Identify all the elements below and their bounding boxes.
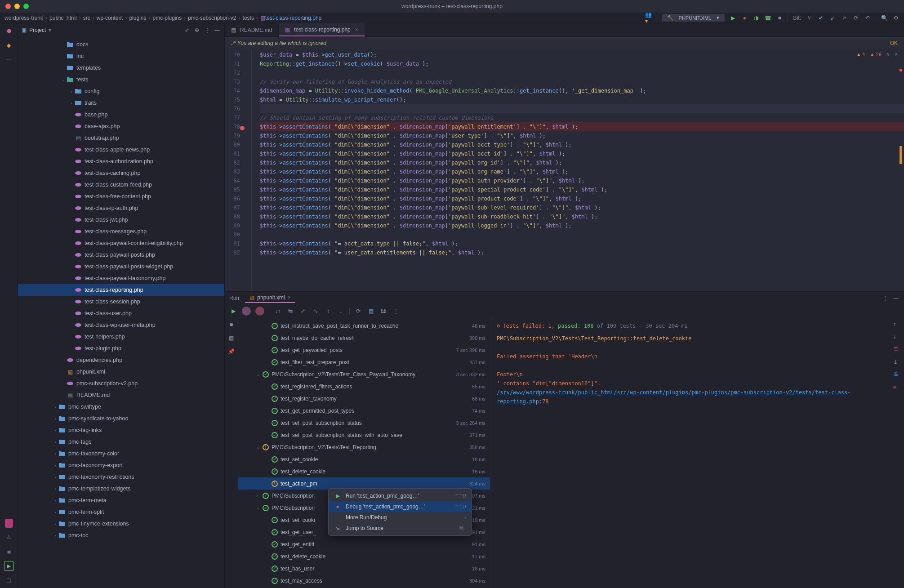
tree-row[interactable]: test-class-paywall-posts-widget.php [18, 261, 224, 272]
breadcrumb-segment[interactable]: plugins [129, 15, 146, 21]
tree-row[interactable]: ›pmc-toc [18, 530, 224, 541]
debug-button[interactable]: ● [741, 14, 748, 22]
chevron-icon[interactable]: › [52, 451, 58, 456]
commit-tool-icon[interactable]: ◆ [4, 40, 14, 50]
maximize-window-button[interactable] [23, 4, 29, 9]
project-tree[interactable]: docsinctemplates⌄tests›config›traitsbase… [18, 37, 224, 588]
collapse-all-icon[interactable]: ⤡ [312, 307, 320, 315]
prev-failed-icon[interactable]: ↑ [324, 307, 332, 315]
code-line[interactable]: $this->assertContains( "dim[\"dimension"… [260, 131, 904, 140]
test-row[interactable]: ✓test_delete_cookie17 ms [238, 550, 490, 562]
test-row[interactable]: ✓test_get_permitted_post_types74 ms [238, 405, 490, 417]
context-menu-item[interactable]: More Run/Debug› [329, 512, 472, 523]
test-row[interactable]: ✓test_may_access304 ms [238, 575, 490, 587]
tree-row[interactable]: ▤README.md [18, 389, 224, 401]
code-line[interactable]: $this->assertContains( "dim[\"dimension"… [260, 149, 904, 158]
code-line[interactable]: $this->assertContains( "dim[\"dimension"… [260, 176, 904, 185]
code-line[interactable]: $this->assertContains( "dim[\"dimension"… [260, 185, 904, 194]
test-row[interactable]: ✓test_set_cookie18 ms [238, 453, 490, 465]
down-icon[interactable]: ↓ [893, 332, 901, 340]
code-line[interactable]: $html = Utility::simulate_wp_script_rend… [260, 95, 904, 104]
close-tab-icon[interactable]: × [355, 27, 358, 33]
tree-row[interactable]: ▧phpunit.xml [18, 366, 224, 378]
code-line[interactable]: Reporting::get_instance()->set_cookie( $… [260, 59, 904, 68]
editor[interactable]: ▲ 1 ▲ 29 ∧ ∨ 707172737475767778798081828… [225, 49, 904, 291]
tree-row[interactable]: test-class-custom-feed.php [18, 179, 224, 191]
chevron-icon[interactable]: › [68, 89, 75, 94]
tree-row[interactable]: test-class-wp-user-meta.php [18, 319, 224, 331]
git-push-icon[interactable]: ↗ [841, 14, 848, 22]
chevron-icon[interactable]: › [52, 405, 58, 410]
test-history-icon[interactable]: ⟳ [354, 307, 362, 315]
code-line[interactable]: $this->assertContains( "dim[\"dimension"… [260, 122, 904, 131]
profile-button[interactable]: ☎ [764, 14, 771, 22]
test-row[interactable]: ✓test_set_post_subscription_status3 sec … [238, 417, 490, 429]
tree-row[interactable]: ›traits [18, 97, 224, 109]
pin-icon[interactable]: 📌 [227, 347, 236, 356]
code-line[interactable]: $user_data = $this->get_user_data(); [260, 50, 904, 59]
next-failed-icon[interactable]: ↓ [337, 307, 345, 315]
code-line[interactable]: // Verify our filtering of Google Analyt… [260, 77, 904, 86]
settings-icon[interactable]: ⋮ [205, 27, 211, 33]
git-rollback-icon[interactable]: ↶ [864, 14, 871, 22]
clear-all-icon[interactable]: ⊘ [893, 383, 901, 391]
rerun-failed-icon[interactable] [255, 307, 264, 316]
show-passed-icon[interactable]: ↓↑ [274, 307, 282, 315]
test-context-menu[interactable]: ▶Run 'test_action_pmc_goog…'⌃⇧R●Debug 't… [328, 488, 472, 536]
code-line[interactable]: $this->assertContains( "dim[\"dimension"… [260, 203, 904, 212]
expand-icon[interactable]: ⤢ [185, 27, 191, 33]
sort-icon[interactable]: ↹ [286, 307, 294, 315]
context-menu-item[interactable]: ↘Jump to Source⌘↓ [329, 523, 472, 534]
tree-row[interactable]: test-class-paywall-content-eligibility.p… [18, 237, 224, 249]
breadcrumb[interactable]: wordpress-trunk›public_html›src›wp-conte… [4, 15, 321, 21]
breadcrumb-segment[interactable]: test-class-reporting.php [265, 15, 321, 21]
hide-icon[interactable]: — [214, 27, 221, 33]
test-tree[interactable]: ✓test_instruct_save_post_task_runner_to_… [238, 318, 490, 588]
coverage-button[interactable]: ◑ [753, 14, 760, 22]
tree-row[interactable]: inc [18, 50, 224, 62]
test-row[interactable]: ✓test_register_taxonomy68 ms [238, 392, 490, 405]
tree-row[interactable]: base-ajax.php [18, 120, 224, 132]
tree-row[interactable]: templates [18, 62, 224, 74]
test-row[interactable]: ✓test_delete_cookie16 ms [238, 465, 490, 477]
chevron-icon[interactable]: › [52, 416, 58, 421]
more-tool-icon[interactable]: ⋯ [4, 55, 14, 65]
minimize-window-button[interactable] [14, 4, 20, 9]
test-row[interactable]: ✓test_maybe_do_cache_refresh390 ms [238, 332, 490, 344]
code-line[interactable]: $this->assertContains( "dim[\"dimension"… [260, 221, 904, 230]
tree-row[interactable]: docs [18, 39, 224, 50]
run-settings-icon[interactable]: ⋮ [882, 295, 889, 301]
toggle-auto-test-icon[interactable] [242, 307, 251, 316]
code-line[interactable]: // Should contain setting of many subscr… [260, 113, 904, 122]
chevron-icon[interactable]: › [68, 101, 75, 106]
test-row[interactable]: ⌄!PMC\Subscription_V2\Tests\Test_Reporti… [238, 441, 490, 453]
code-line[interactable]: $this->assertContains( "dim[\"dimension"… [260, 167, 904, 176]
run-tab[interactable]: ▧ phpunit.xml × [245, 293, 295, 303]
tree-row[interactable]: test-plugin.php [18, 343, 224, 354]
code-line[interactable]: $this->assertContains( "= acct_data.type… [260, 239, 904, 248]
tree-row[interactable]: ›pmc-tag-links [18, 424, 224, 436]
chevron-icon[interactable]: ⌄ [256, 505, 263, 510]
tree-row[interactable]: test-class-apple-news.php [18, 144, 224, 156]
tree-row[interactable]: test-class-authorization.php [18, 156, 224, 167]
code-line[interactable] [260, 68, 904, 77]
tree-row[interactable]: test-class-jwt.php [18, 214, 224, 226]
test-row[interactable]: ✓test_instruct_save_post_task_runner_to_… [238, 320, 490, 332]
test-row[interactable]: ✓test_get_entitl91 ms [238, 538, 490, 550]
chevron-icon[interactable]: › [52, 510, 58, 515]
tree-row[interactable]: dependencies.php [18, 354, 224, 366]
tree-row[interactable]: ›pmc-taxonomy-restrictions [18, 471, 224, 483]
structure-icon[interactable]: ▢ [4, 575, 14, 585]
tree-row[interactable]: test-helpers.php [18, 331, 224, 343]
code-line[interactable]: $this->assertContains( "= user_data.enti… [260, 248, 904, 257]
chevron-icon[interactable]: ⌄ [60, 77, 67, 82]
editor-tab[interactable]: ▧test-class-reporting.php× [279, 23, 365, 36]
soft-wrap-icon[interactable]: ☰ [893, 345, 901, 353]
banner-ok-button[interactable]: OK [890, 40, 898, 46]
code-line[interactable]: $this->assertContains( "dim[\"dimension"… [260, 194, 904, 203]
chevron-icon[interactable]: › [52, 498, 58, 503]
tree-row[interactable]: test-class-ip-auth.php [18, 202, 224, 214]
run-output[interactable]: ⊘Tests failed: 1, passed: 108 of 109 tes… [490, 318, 904, 588]
services-icon[interactable] [5, 519, 13, 528]
chevron-icon[interactable]: › [52, 486, 58, 491]
